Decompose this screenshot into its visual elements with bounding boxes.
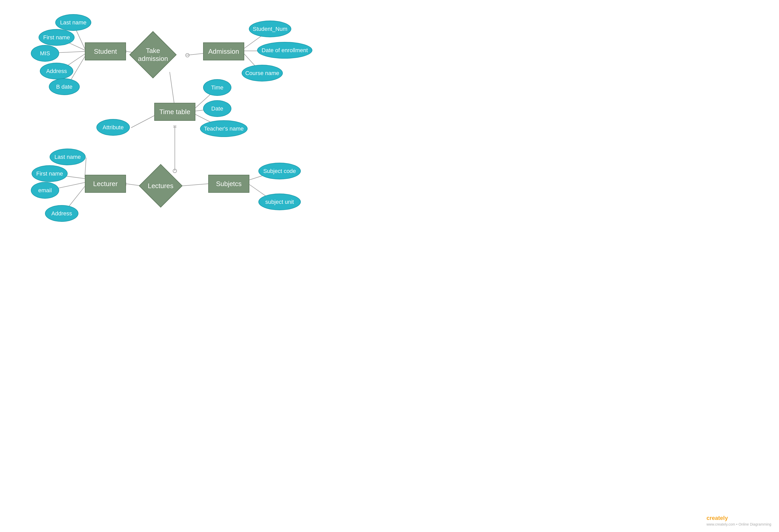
entity-admission[interactable]: Admission bbox=[203, 43, 244, 60]
attr-student-bdate[interactable]: B date bbox=[49, 78, 80, 95]
attr-admission-studentnum[interactable]: Student_Num bbox=[249, 20, 291, 37]
connections-svg bbox=[0, 0, 779, 532]
svg-line-2 bbox=[170, 72, 175, 108]
entity-lecturer[interactable]: Lecturer bbox=[85, 175, 126, 193]
attr-admission-dateenroll[interactable]: Date of enrollment bbox=[257, 42, 312, 59]
diagram-container: Student Admission Take admission Time ta… bbox=[0, 0, 779, 532]
attr-lect-email[interactable]: email bbox=[31, 182, 59, 199]
svg-point-31 bbox=[173, 169, 177, 173]
attr-admission-coursename[interactable]: Course name bbox=[242, 65, 283, 81]
attr-subj-unit[interactable]: subject unit bbox=[258, 194, 301, 210]
attr-student-address[interactable]: Address bbox=[40, 63, 73, 79]
svg-point-28 bbox=[186, 54, 189, 57]
entity-lectures[interactable]: Lectures bbox=[139, 164, 183, 208]
attr-subj-code[interactable]: Subject code bbox=[258, 163, 301, 179]
svg-line-14 bbox=[131, 116, 154, 128]
attr-lect-address[interactable]: Address bbox=[45, 205, 78, 222]
watermark: creately www.creately.com • Online Diagr… bbox=[707, 515, 771, 527]
entity-take-admission[interactable]: Take admission bbox=[129, 31, 177, 78]
attr-tt-time[interactable]: Time bbox=[203, 79, 231, 96]
entity-subjetcs[interactable]: Subjetcs bbox=[208, 175, 249, 193]
attr-student-firstname[interactable]: First name bbox=[39, 29, 74, 46]
attr-lect-firstname[interactable]: First name bbox=[32, 165, 68, 182]
entity-student[interactable]: Student bbox=[85, 43, 126, 60]
attr-tt-attribute[interactable]: Attribute bbox=[97, 119, 130, 136]
entity-time-table[interactable]: Time table bbox=[154, 103, 195, 121]
attr-student-lastname[interactable]: Last name bbox=[55, 14, 91, 31]
svg-line-18 bbox=[85, 157, 86, 177]
attr-tt-teachername[interactable]: Teacher's name bbox=[200, 120, 248, 137]
attr-lect-lastname[interactable]: Last name bbox=[50, 148, 85, 165]
attr-student-mis[interactable]: MIS bbox=[31, 45, 59, 62]
attr-tt-date[interactable]: Date bbox=[203, 100, 231, 117]
